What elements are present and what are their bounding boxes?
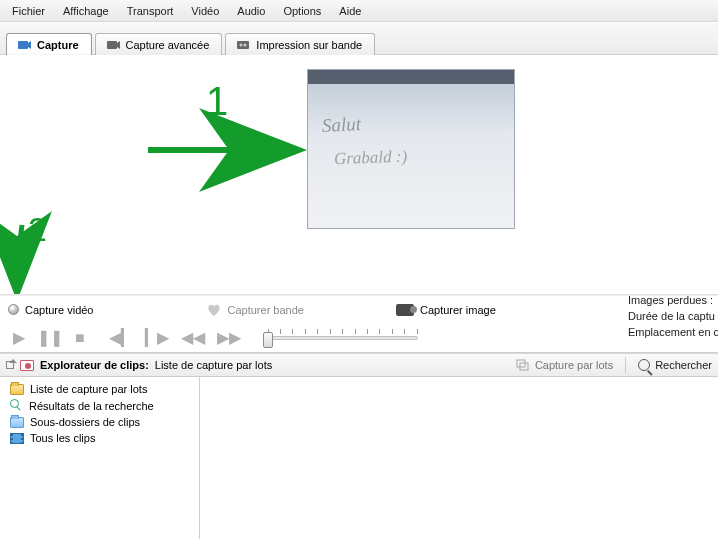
film-icon bbox=[10, 433, 24, 444]
clip-camera-icon bbox=[20, 360, 34, 371]
tab-print-to-tape[interactable]: Impression sur bande bbox=[225, 33, 375, 55]
tab-capture-advanced[interactable]: Capture avancée bbox=[95, 33, 223, 55]
capture-status: Images perdues : Durée de la captu Empla… bbox=[628, 292, 718, 350]
capture-video-toggle[interactable]: Capture vidéo bbox=[8, 304, 94, 316]
clip-explorer-bar: Explorateur de clips: Liste de capture p… bbox=[0, 353, 718, 377]
menu-audio[interactable]: Audio bbox=[229, 3, 273, 19]
tree-label: Liste de capture par lots bbox=[30, 383, 147, 395]
tree-batch-list[interactable]: Liste de capture par lots bbox=[6, 381, 193, 397]
tab-capture[interactable]: Capture bbox=[6, 33, 92, 55]
step-back-button[interactable]: ◀▎ bbox=[106, 328, 136, 347]
clip-tree: Liste de capture par lots Résultats de l… bbox=[0, 377, 200, 539]
menu-video[interactable]: Vidéo bbox=[183, 3, 227, 19]
svg-text:1: 1 bbox=[206, 79, 228, 123]
capture-video-label: Capture vidéo bbox=[25, 304, 94, 316]
tree-subfolders[interactable]: Sous-dossiers de clips bbox=[6, 414, 193, 430]
tab-label: Capture bbox=[37, 39, 79, 51]
capture-band-label: Capturer bande bbox=[228, 304, 304, 316]
transport-controls: ▶ ❚❚ ■ ◀▎ ▎▶ ◀◀ ▶▶ bbox=[0, 323, 718, 353]
tab-strip: Capture Capture avancée Impression sur b… bbox=[0, 23, 718, 55]
status-capture-duration: Durée de la captu bbox=[628, 308, 718, 324]
clip-explorer-subtitle: Liste de capture par lots bbox=[155, 359, 272, 371]
video-preview: Salut Grabald :) bbox=[307, 69, 515, 229]
tree-label: Sous-dossiers de clips bbox=[30, 416, 140, 428]
svg-rect-2 bbox=[107, 41, 117, 49]
svg-rect-0 bbox=[18, 41, 28, 49]
preview-text-2: Grabald :) bbox=[334, 147, 408, 170]
status-dropped-frames: Images perdues : bbox=[628, 292, 718, 308]
capture-toggle-row: Capture vidéo Capturer bande Capturer im… bbox=[0, 295, 718, 323]
status-disk-location: Emplacement en c bbox=[628, 324, 718, 340]
folder-icon bbox=[10, 384, 24, 395]
capture-image-label: Capturer image bbox=[420, 304, 496, 316]
record-led-icon bbox=[8, 304, 19, 315]
camera-still-icon bbox=[396, 304, 414, 316]
clip-list-content bbox=[200, 377, 718, 539]
batch-capture-button[interactable]: Capture par lots bbox=[516, 359, 613, 371]
tree-all-clips[interactable]: Tous les clips bbox=[6, 430, 193, 446]
menu-bar: Fichier Affichage Transport Vidéo Audio … bbox=[0, 0, 718, 22]
search-folder-icon bbox=[10, 399, 23, 412]
tab-label: Impression sur bande bbox=[256, 39, 362, 51]
tree-label: Résultats de la recherche bbox=[29, 400, 154, 412]
svg-text:2: 2 bbox=[28, 210, 47, 248]
camera-gear-icon bbox=[106, 39, 120, 51]
svg-point-5 bbox=[240, 44, 243, 47]
menu-file[interactable]: Fichier bbox=[4, 3, 53, 19]
pause-button[interactable]: ❚❚ bbox=[34, 328, 66, 347]
capture-image-toggle[interactable]: Capturer image bbox=[396, 304, 496, 316]
search-label: Rechercher bbox=[655, 359, 712, 371]
tree-search-results[interactable]: Résultats de la recherche bbox=[6, 397, 193, 414]
tree-label: Tous les clips bbox=[30, 432, 95, 444]
camera-icon bbox=[17, 39, 31, 51]
menu-options[interactable]: Options bbox=[275, 3, 329, 19]
step-fwd-button[interactable]: ▎▶ bbox=[142, 328, 172, 347]
capture-band-toggle[interactable]: Capturer bande bbox=[206, 303, 304, 317]
search-icon bbox=[638, 359, 650, 371]
preview-text-1: Salut bbox=[321, 113, 361, 137]
heart-tape-icon bbox=[206, 303, 222, 317]
folder-blue-icon bbox=[10, 417, 24, 428]
tape-icon bbox=[236, 39, 250, 51]
stop-button[interactable]: ■ bbox=[72, 329, 88, 347]
clip-explorer: Liste de capture par lots Résultats de l… bbox=[0, 377, 718, 539]
batch-capture-label: Capture par lots bbox=[535, 359, 613, 371]
svg-point-6 bbox=[244, 44, 247, 47]
rewind-button[interactable]: ◀◀ bbox=[178, 328, 208, 347]
ffwd-button[interactable]: ▶▶ bbox=[214, 328, 244, 347]
shuttle-slider[interactable] bbox=[268, 329, 418, 347]
svg-marker-3 bbox=[117, 41, 120, 49]
preview-area: Salut Grabald :) 1 2 bbox=[0, 55, 718, 295]
menu-help[interactable]: Aide bbox=[331, 3, 369, 19]
search-button[interactable]: Rechercher bbox=[638, 359, 712, 371]
tab-label: Capture avancée bbox=[126, 39, 210, 51]
menu-view[interactable]: Affichage bbox=[55, 3, 117, 19]
collapse-icon[interactable] bbox=[6, 361, 14, 369]
clip-explorer-title: Explorateur de clips: bbox=[40, 359, 149, 371]
svg-marker-1 bbox=[28, 41, 31, 49]
batch-icon bbox=[516, 359, 530, 371]
menu-transport[interactable]: Transport bbox=[119, 3, 182, 19]
svg-rect-4 bbox=[237, 41, 249, 49]
shuttle-thumb[interactable] bbox=[263, 332, 273, 348]
play-button[interactable]: ▶ bbox=[10, 328, 28, 347]
